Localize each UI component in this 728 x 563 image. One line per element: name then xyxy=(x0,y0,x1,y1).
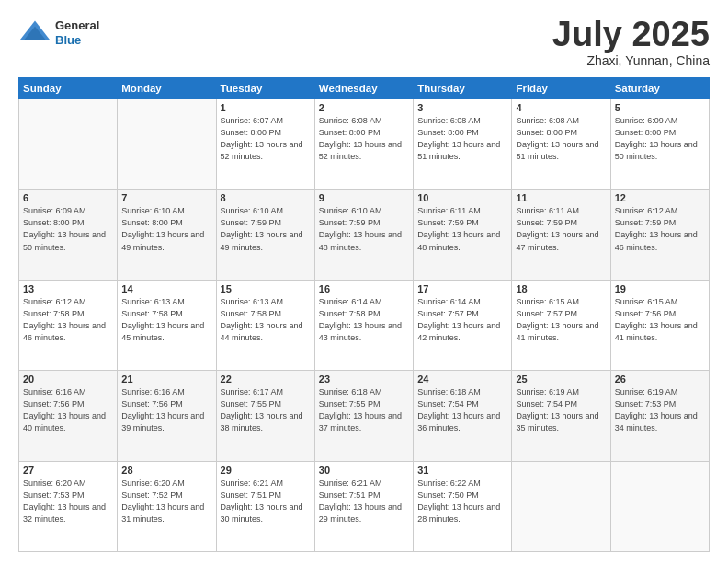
day-info: Sunrise: 6:21 AMSunset: 7:51 PMDaylight:… xyxy=(319,477,409,525)
day-number: 22 xyxy=(221,373,311,385)
day-number: 13 xyxy=(23,283,113,294)
day-number: 1 xyxy=(221,102,311,113)
day-number: 2 xyxy=(319,102,409,113)
table-row: 9Sunrise: 6:10 AMSunset: 7:59 PMDaylight… xyxy=(314,190,413,280)
day-info: Sunrise: 6:10 AMSunset: 7:59 PMDaylight:… xyxy=(319,205,409,253)
col-sunday: Sunday xyxy=(19,78,118,99)
day-number: 6 xyxy=(23,192,113,203)
day-info: Sunrise: 6:21 AMSunset: 7:51 PMDaylight:… xyxy=(221,477,311,525)
day-number: 4 xyxy=(516,102,606,113)
table-row: 27Sunrise: 6:20 AMSunset: 7:53 PMDayligh… xyxy=(19,461,118,551)
day-number: 23 xyxy=(319,373,409,385)
header: General Blue July 2025 Zhaxi, Yunnan, Ch… xyxy=(18,17,710,68)
day-info: Sunrise: 6:13 AMSunset: 7:58 PMDaylight:… xyxy=(221,296,311,344)
day-number: 25 xyxy=(516,373,606,385)
day-number: 21 xyxy=(121,373,211,385)
table-row xyxy=(118,99,216,190)
day-info: Sunrise: 6:15 AMSunset: 7:57 PMDaylight:… xyxy=(516,296,606,344)
day-number: 30 xyxy=(319,465,409,476)
day-info: Sunrise: 6:18 AMSunset: 7:55 PMDaylight:… xyxy=(319,386,409,434)
logo-blue-text: Blue xyxy=(55,33,99,48)
day-info: Sunrise: 6:20 AMSunset: 7:53 PMDaylight:… xyxy=(23,477,113,525)
logo-text: General Blue xyxy=(55,18,99,47)
table-row: 5Sunrise: 6:09 AMSunset: 8:00 PMDaylight… xyxy=(610,99,709,190)
day-info: Sunrise: 6:08 AMSunset: 8:00 PMDaylight:… xyxy=(417,115,507,163)
col-tuesday: Tuesday xyxy=(216,78,314,99)
day-number: 19 xyxy=(615,283,705,294)
day-info: Sunrise: 6:14 AMSunset: 7:58 PMDaylight:… xyxy=(319,296,409,344)
table-row: 12Sunrise: 6:12 AMSunset: 7:59 PMDayligh… xyxy=(610,190,709,280)
calendar-table: Sunday Monday Tuesday Wednesday Thursday… xyxy=(18,77,710,552)
title-location: Zhaxi, Yunnan, China xyxy=(552,53,710,68)
day-info: Sunrise: 6:09 AMSunset: 8:00 PMDaylight:… xyxy=(615,115,705,163)
title-block: July 2025 Zhaxi, Yunnan, China xyxy=(552,17,710,68)
col-wednesday: Wednesday xyxy=(314,78,413,99)
calendar-week-row: 1Sunrise: 6:07 AMSunset: 8:00 PMDaylight… xyxy=(19,99,710,190)
table-row: 1Sunrise: 6:07 AMSunset: 8:00 PMDaylight… xyxy=(216,99,314,190)
day-info: Sunrise: 6:16 AMSunset: 7:56 PMDaylight:… xyxy=(23,386,113,434)
table-row: 24Sunrise: 6:18 AMSunset: 7:54 PMDayligh… xyxy=(414,371,512,461)
table-row: 17Sunrise: 6:14 AMSunset: 7:57 PMDayligh… xyxy=(414,280,512,370)
calendar-header-row: Sunday Monday Tuesday Wednesday Thursday… xyxy=(19,78,710,99)
table-row xyxy=(610,461,709,551)
table-row xyxy=(19,99,118,190)
day-number: 5 xyxy=(615,102,705,113)
table-row: 11Sunrise: 6:11 AMSunset: 7:59 PMDayligh… xyxy=(512,190,610,280)
table-row: 13Sunrise: 6:12 AMSunset: 7:58 PMDayligh… xyxy=(19,280,118,370)
day-number: 27 xyxy=(23,465,113,476)
day-info: Sunrise: 6:11 AMSunset: 7:59 PMDaylight:… xyxy=(417,205,507,253)
table-row: 21Sunrise: 6:16 AMSunset: 7:56 PMDayligh… xyxy=(118,371,216,461)
day-number: 17 xyxy=(417,283,507,294)
table-row: 2Sunrise: 6:08 AMSunset: 8:00 PMDaylight… xyxy=(314,99,413,190)
table-row: 6Sunrise: 6:09 AMSunset: 8:00 PMDaylight… xyxy=(19,190,118,280)
day-number: 15 xyxy=(221,283,311,294)
day-info: Sunrise: 6:10 AMSunset: 8:00 PMDaylight:… xyxy=(121,205,211,253)
table-row: 20Sunrise: 6:16 AMSunset: 7:56 PMDayligh… xyxy=(19,371,118,461)
table-row: 19Sunrise: 6:15 AMSunset: 7:56 PMDayligh… xyxy=(610,280,709,370)
table-row: 15Sunrise: 6:13 AMSunset: 7:58 PMDayligh… xyxy=(216,280,314,370)
day-number: 12 xyxy=(615,192,705,203)
page: General Blue July 2025 Zhaxi, Yunnan, Ch… xyxy=(0,0,728,563)
col-monday: Monday xyxy=(118,78,216,99)
day-number: 26 xyxy=(615,373,705,385)
day-number: 31 xyxy=(417,465,507,476)
day-info: Sunrise: 6:09 AMSunset: 8:00 PMDaylight:… xyxy=(23,205,113,253)
day-info: Sunrise: 6:12 AMSunset: 7:58 PMDaylight:… xyxy=(23,296,113,344)
day-info: Sunrise: 6:18 AMSunset: 7:54 PMDaylight:… xyxy=(417,386,507,434)
day-number: 3 xyxy=(417,102,507,113)
day-info: Sunrise: 6:08 AMSunset: 8:00 PMDaylight:… xyxy=(516,115,606,163)
day-info: Sunrise: 6:15 AMSunset: 7:56 PMDaylight:… xyxy=(615,296,705,344)
day-info: Sunrise: 6:10 AMSunset: 7:59 PMDaylight:… xyxy=(221,205,311,253)
day-number: 7 xyxy=(121,192,211,203)
day-number: 18 xyxy=(516,283,606,294)
day-info: Sunrise: 6:16 AMSunset: 7:56 PMDaylight:… xyxy=(121,386,211,434)
table-row: 16Sunrise: 6:14 AMSunset: 7:58 PMDayligh… xyxy=(314,280,413,370)
day-info: Sunrise: 6:19 AMSunset: 7:53 PMDaylight:… xyxy=(615,386,705,434)
day-info: Sunrise: 6:17 AMSunset: 7:55 PMDaylight:… xyxy=(221,386,311,434)
logo-icon xyxy=(18,17,51,50)
day-info: Sunrise: 6:14 AMSunset: 7:57 PMDaylight:… xyxy=(417,296,507,344)
table-row: 8Sunrise: 6:10 AMSunset: 7:59 PMDaylight… xyxy=(216,190,314,280)
day-number: 10 xyxy=(417,192,507,203)
day-number: 29 xyxy=(221,465,311,476)
table-row: 23Sunrise: 6:18 AMSunset: 7:55 PMDayligh… xyxy=(314,371,413,461)
table-row: 14Sunrise: 6:13 AMSunset: 7:58 PMDayligh… xyxy=(118,280,216,370)
table-row: 28Sunrise: 6:20 AMSunset: 7:52 PMDayligh… xyxy=(118,461,216,551)
title-month: July 2025 xyxy=(552,17,710,52)
day-info: Sunrise: 6:07 AMSunset: 8:00 PMDaylight:… xyxy=(221,115,311,163)
logo: General Blue xyxy=(18,17,99,50)
day-number: 14 xyxy=(121,283,211,294)
day-info: Sunrise: 6:11 AMSunset: 7:59 PMDaylight:… xyxy=(516,205,606,253)
table-row: 30Sunrise: 6:21 AMSunset: 7:51 PMDayligh… xyxy=(314,461,413,551)
table-row: 22Sunrise: 6:17 AMSunset: 7:55 PMDayligh… xyxy=(216,371,314,461)
col-thursday: Thursday xyxy=(414,78,512,99)
day-info: Sunrise: 6:13 AMSunset: 7:58 PMDaylight:… xyxy=(121,296,211,344)
calendar-week-row: 27Sunrise: 6:20 AMSunset: 7:53 PMDayligh… xyxy=(19,461,710,551)
calendar-week-row: 13Sunrise: 6:12 AMSunset: 7:58 PMDayligh… xyxy=(19,280,710,370)
table-row: 7Sunrise: 6:10 AMSunset: 8:00 PMDaylight… xyxy=(118,190,216,280)
day-number: 9 xyxy=(319,192,409,203)
table-row: 4Sunrise: 6:08 AMSunset: 8:00 PMDaylight… xyxy=(512,99,610,190)
table-row: 10Sunrise: 6:11 AMSunset: 7:59 PMDayligh… xyxy=(414,190,512,280)
day-number: 24 xyxy=(417,373,507,385)
table-row: 29Sunrise: 6:21 AMSunset: 7:51 PMDayligh… xyxy=(216,461,314,551)
